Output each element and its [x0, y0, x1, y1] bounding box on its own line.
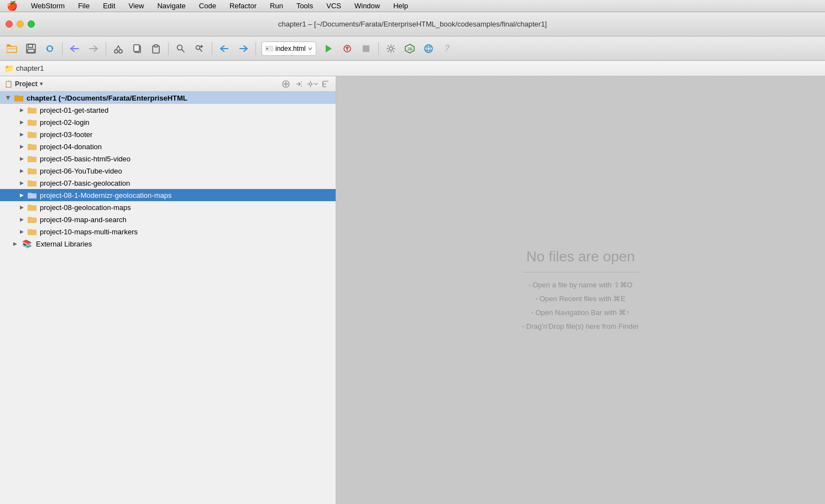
- menu-view[interactable]: View: [127, 1, 147, 11]
- sidebar-toolbar: 📋 Project ▾: [0, 76, 336, 92]
- svg-rect-4: [28, 44, 33, 48]
- project-04-arrow: ▶: [18, 143, 25, 150]
- project-01-arrow: ▶: [18, 106, 25, 114]
- tree-item-project-08-1[interactable]: ▶ project-08-1-Modernizr-geolocation-map…: [0, 189, 336, 201]
- project-07-arrow: ▶: [18, 179, 25, 187]
- menu-refactor[interactable]: Refactor: [227, 1, 259, 11]
- tree-item-project-08[interactable]: ▶ project-08-geolocation-maps: [0, 201, 336, 213]
- svg-text:?: ?: [445, 44, 450, 53]
- root-label: chapter1 (~/Documents/Farata/EnterpriseH…: [27, 94, 187, 102]
- menu-bar: 🍎 WebStorm File Edit View Navigate Code …: [0, 0, 825, 12]
- external-libraries-label: External Libraries: [36, 240, 92, 248]
- back-button[interactable]: [66, 40, 83, 57]
- tree-root-chapter1[interactable]: ▶ chapter1 (~/Documents/Farata/Enterpris…: [0, 92, 336, 104]
- separator-4: [212, 42, 212, 55]
- project-04-label: project-04-donation: [40, 143, 102, 151]
- settings-button[interactable]: [382, 40, 400, 57]
- menu-file[interactable]: File: [76, 1, 92, 11]
- menu-webstorm[interactable]: WebStorm: [29, 1, 67, 11]
- search-button[interactable]: [172, 40, 190, 57]
- hint-1: • Open a file by name with ⇧⌘O: [529, 279, 633, 291]
- debug-button[interactable]: [338, 40, 356, 57]
- stop-button[interactable]: [357, 40, 375, 57]
- browser-button[interactable]: [420, 40, 437, 57]
- project-01-label: project-01-get-started: [40, 106, 108, 114]
- tree-item-project-10[interactable]: ▶ project-10-maps-multi-markers: [0, 225, 336, 238]
- close-button[interactable]: [6, 20, 13, 28]
- no-files-title: No files are open: [523, 248, 639, 272]
- editor-pane: No files are open • Open a file by name …: [336, 76, 825, 504]
- svg-point-22: [389, 47, 393, 50]
- root-arrow: ▶: [4, 94, 12, 102]
- svg-point-14: [177, 45, 182, 50]
- menu-navigate[interactable]: Navigate: [155, 1, 187, 11]
- tree-item-project-06[interactable]: ▶ project-06-YouTube-video: [0, 165, 336, 177]
- separator-5: [255, 42, 256, 55]
- sidebar-scroll-btn[interactable]: [294, 78, 305, 90]
- sidebar-add-btn[interactable]: [280, 78, 291, 90]
- separator-2: [106, 42, 106, 55]
- run-config-selector[interactable]: index.html: [262, 41, 316, 56]
- nodejs-button[interactable]: JS: [401, 40, 419, 57]
- title-bar: chapter1 – [~/Documents/Farata/Enterpris…: [0, 12, 825, 36]
- apple-menu[interactable]: 🍎: [4, 0, 20, 12]
- project-08-1-arrow: ▶: [18, 191, 25, 199]
- open-folder-button[interactable]: [3, 40, 21, 57]
- project-03-label: project-03-footer: [40, 130, 92, 139]
- nav-forward-button[interactable]: [234, 40, 252, 57]
- separator-1: [62, 42, 62, 55]
- tree-item-project-02[interactable]: ▶ project-02-login: [0, 116, 336, 128]
- cut-button[interactable]: [109, 40, 127, 57]
- breadcrumb[interactable]: 📁 chapter1: [4, 64, 44, 73]
- sidebar-title-label: Project: [15, 80, 38, 88]
- svg-rect-1: [7, 44, 10, 46]
- replace-button[interactable]: [191, 40, 208, 57]
- maximize-button[interactable]: [28, 20, 35, 28]
- menu-tools[interactable]: Tools: [294, 1, 315, 11]
- project-10-arrow: ▶: [18, 228, 25, 235]
- save-button[interactable]: [22, 40, 40, 57]
- project-05-arrow: ▶: [18, 155, 25, 162]
- sync-button[interactable]: [41, 40, 59, 57]
- help-button[interactable]: ?: [438, 40, 456, 57]
- run-button[interactable]: [320, 40, 337, 57]
- tree-item-project-01[interactable]: ▶ project-01-get-started: [0, 104, 336, 116]
- menu-window[interactable]: Window: [352, 1, 382, 11]
- copy-button[interactable]: [128, 40, 146, 57]
- svg-text:JS: JS: [408, 47, 412, 51]
- separator-3: [168, 42, 169, 55]
- svg-point-8: [114, 50, 118, 53]
- menu-code[interactable]: Code: [197, 1, 218, 11]
- traffic-lights: [6, 20, 35, 28]
- svg-point-25: [425, 45, 432, 53]
- project-09-arrow: ▶: [18, 216, 25, 223]
- tree-item-project-09[interactable]: ▶ project-09-map-and-search: [0, 213, 336, 225]
- menu-edit[interactable]: Edit: [101, 1, 117, 11]
- menu-help[interactable]: Help: [391, 1, 410, 11]
- no-files-container: No files are open • Open a file by name …: [523, 248, 639, 332]
- external-libraries-item[interactable]: ▶ 📚 External Libraries: [0, 238, 336, 250]
- minimize-button[interactable]: [17, 20, 24, 28]
- sidebar-dropdown-arrow[interactable]: ▾: [40, 81, 43, 87]
- toolbar: index.html JS: [0, 36, 825, 61]
- file-tree: ▶ chapter1 (~/Documents/Farata/Enterpris…: [0, 92, 336, 504]
- forward-button[interactable]: [85, 40, 102, 57]
- paste-button[interactable]: [147, 40, 165, 57]
- svg-rect-11: [134, 45, 139, 51]
- tree-item-project-03[interactable]: ▶ project-03-footer: [0, 128, 336, 140]
- tree-item-project-07[interactable]: ▶ project-07-basic-geolocation: [0, 177, 336, 189]
- sidebar-settings-btn[interactable]: [307, 78, 318, 90]
- run-config-label: index.html: [275, 45, 306, 53]
- sidebar-collapse-btn[interactable]: [320, 78, 331, 90]
- svg-rect-13: [154, 45, 158, 47]
- menu-vcs[interactable]: VCS: [324, 1, 343, 11]
- hint-2: • Open Recent files with ⌘E: [536, 293, 625, 305]
- nav-back-button[interactable]: [216, 40, 233, 57]
- sidebar: 📋 Project ▾: [0, 76, 336, 504]
- tree-item-project-05[interactable]: ▶ project-05-basic-html5-video: [0, 153, 336, 165]
- menu-run[interactable]: Run: [268, 1, 285, 11]
- tree-item-project-04[interactable]: ▶ project-04-donation: [0, 140, 336, 153]
- project-03-arrow: ▶: [18, 130, 25, 138]
- breadcrumb-folder-icon: 📁: [4, 64, 14, 73]
- svg-rect-5: [28, 49, 34, 53]
